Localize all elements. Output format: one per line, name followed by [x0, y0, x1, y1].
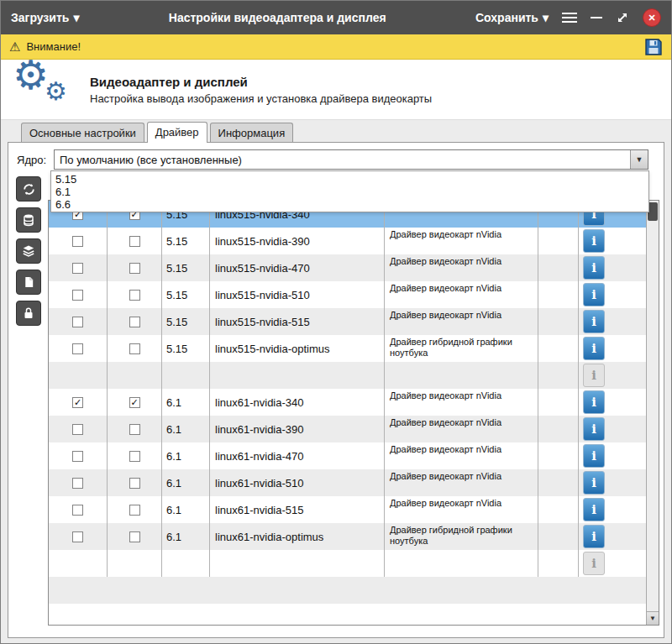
driver-info-button[interactable]: i: [583, 471, 605, 495]
tab-driver[interactable]: Драйвер: [147, 122, 207, 143]
driver-info-button[interactable]: i: [583, 229, 605, 253]
driver-name-cell: linux61-nvidia-optimus: [210, 523, 385, 550]
driver-info-button[interactable]: i: [583, 283, 605, 306]
maximize-button[interactable]: [616, 11, 629, 24]
install-checkbox[interactable]: [72, 424, 83, 435]
table-row[interactable]: 6.1linux61-nvidia-390Драйвер видеокарт n…: [49, 416, 646, 442]
driver-name-cell: linux61-nvidia-340: [210, 389, 385, 416]
install-checkbox[interactable]: [72, 236, 83, 247]
kernel-version-cell: 6.1: [162, 389, 210, 416]
driver-name-cell: linux515-nvidia-515: [210, 308, 385, 335]
driver-info-button[interactable]: i: [583, 310, 605, 333]
driver-info-button[interactable]: i: [583, 444, 605, 468]
menu-button[interactable]: [562, 13, 577, 23]
driver-name-cell: linux61-nvidia-390: [210, 416, 385, 442]
spacer-cell: [538, 362, 579, 389]
driver-description-cell: [385, 362, 538, 389]
install-checkbox[interactable]: ✓: [72, 397, 83, 408]
table-row[interactable]: 6.1linux61-nvidia-510Драйвер видеокарт n…: [49, 469, 646, 496]
file-button[interactable]: [16, 270, 41, 295]
refresh-button[interactable]: [16, 176, 41, 202]
driver-name-cell: linux515-nvidia-510: [210, 281, 385, 308]
driver-name-cell: linux515-nvidia-470: [210, 254, 385, 281]
info-cell: i: [579, 308, 646, 335]
kernel-option[interactable]: 6.1: [51, 186, 648, 198]
purge-checkbox[interactable]: [129, 236, 140, 247]
driver-info-button[interactable]: i: [583, 256, 605, 280]
purge-checkbox[interactable]: [129, 451, 140, 462]
install-checkbox[interactable]: [72, 505, 83, 516]
kernel-version-cell: [162, 362, 210, 389]
spacer-cell: [538, 308, 579, 335]
table-filler-row[interactable]: i: [49, 362, 646, 389]
purge-checkbox[interactable]: [129, 478, 140, 489]
table-row[interactable]: 5.15linux515-nvidia-optimusДрайвер гибри…: [49, 335, 646, 362]
install-checkbox[interactable]: [72, 478, 83, 489]
table-row[interactable]: 6.1linux61-nvidia-515Драйвер видеокарт n…: [49, 496, 646, 523]
install-checkbox-cell: [49, 469, 108, 496]
floppy-disk-icon: [644, 38, 663, 56]
kernel-version-cell: 6.1: [162, 442, 210, 469]
table-row[interactable]: 5.15linux515-nvidia-390Драйвер видеокарт…: [49, 228, 646, 254]
lock-button[interactable]: [16, 301, 41, 326]
driver-description-cell: Драйвер видеокарт nVidia: [385, 442, 538, 469]
database-button[interactable]: [16, 207, 41, 233]
vertical-scrollbar[interactable]: ▼: [646, 201, 659, 625]
save-button[interactable]: Сохранить ▾: [475, 11, 549, 24]
purge-checkbox[interactable]: [129, 263, 140, 274]
kernel-selector-row: Ядро: По умолчанию (все установленные) ▼: [8, 143, 664, 173]
purge-checkbox[interactable]: [129, 290, 140, 301]
minimize-button[interactable]: [591, 17, 602, 18]
install-checkbox[interactable]: [72, 263, 83, 274]
purge-checkbox[interactable]: [129, 343, 140, 354]
install-checkbox[interactable]: [72, 531, 83, 542]
kernel-option[interactable]: 6.6: [51, 198, 648, 211]
kernel-option[interactable]: 5.15: [51, 173, 648, 186]
table-row[interactable]: 5.15linux515-nvidia-510Драйвер видеокарт…: [49, 281, 646, 308]
driver-info-button[interactable]: i: [583, 390, 605, 414]
info-cell: i: [579, 228, 646, 254]
driver-name-cell: [210, 550, 385, 577]
database-icon: [22, 213, 35, 227]
scroll-down-button[interactable]: ▼: [647, 611, 659, 625]
info-cell: i: [579, 254, 646, 281]
combobox-dropdown-button[interactable]: ▼: [630, 150, 648, 169]
purge-checkbox[interactable]: [129, 317, 140, 327]
save-disk-button[interactable]: [644, 38, 663, 56]
load-button[interactable]: Загрузить ▾: [11, 11, 79, 24]
purge-checkbox[interactable]: [129, 424, 140, 435]
driver-info-button[interactable]: i: [583, 337, 605, 360]
kernel-combobox[interactable]: По умолчанию (все установленные) ▼: [54, 149, 648, 170]
install-checkbox[interactable]: [72, 317, 83, 327]
driver-info-button[interactable]: i: [583, 417, 605, 441]
spacer-cell: [538, 228, 579, 254]
chevron-down-icon: ▼: [636, 155, 643, 164]
purge-checkbox[interactable]: ✓: [129, 397, 140, 408]
driver-info-button[interactable]: i: [583, 525, 605, 548]
driver-info-button[interactable]: i: [583, 498, 605, 521]
minimize-icon: [591, 17, 602, 18]
purge-checkbox[interactable]: [129, 505, 140, 516]
kernel-version-cell: 5.15: [162, 308, 210, 335]
info-cell: i: [579, 335, 646, 362]
install-checkbox[interactable]: [72, 343, 83, 354]
tab-main-settings[interactable]: Основные настройки: [21, 123, 144, 142]
kernel-version-cell: 5.15: [162, 254, 210, 281]
table-row[interactable]: ✓✓6.1linux61-nvidia-340Драйвер видеокарт…: [49, 389, 646, 416]
table-row[interactable]: 5.15linux515-nvidia-470Драйвер видеокарт…: [49, 254, 646, 281]
table-row[interactable]: 5.15linux515-nvidia-515Драйвер видеокарт…: [49, 308, 646, 335]
install-checkbox[interactable]: [72, 290, 83, 301]
layers-button[interactable]: [16, 238, 41, 264]
purge-checkbox-cell: [108, 523, 162, 550]
table-row[interactable]: 6.1linux61-nvidia-470Драйвер видеокарт n…: [49, 442, 646, 469]
table-row[interactable]: 6.1linux61-nvidia-optimusДрайвер гибридн…: [49, 523, 646, 550]
tab-information[interactable]: Информация: [210, 123, 294, 142]
purge-checkbox[interactable]: [129, 531, 140, 542]
close-button[interactable]: ✕: [643, 8, 661, 27]
page-title: Видеоадаптер и дисплей: [90, 75, 432, 89]
driver-table-rows: ✓✓5.15linux515-nvidia-340Драйвер видеока…: [49, 201, 646, 577]
table-filler-row[interactable]: i: [49, 550, 646, 577]
driver-info-button: i: [583, 364, 605, 387]
driver-name-cell: linux61-nvidia-515: [210, 496, 385, 523]
install-checkbox[interactable]: [72, 451, 83, 462]
